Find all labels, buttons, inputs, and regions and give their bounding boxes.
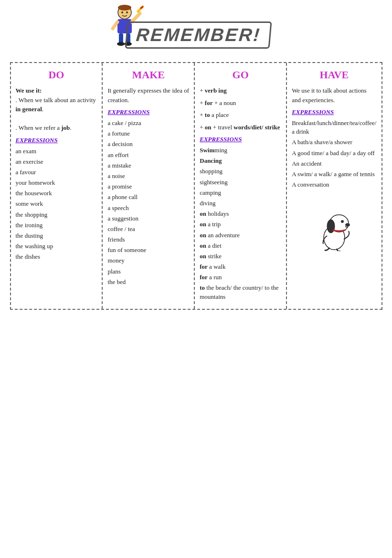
do-heading: DO — [16, 69, 97, 81]
list-item: diving — [200, 199, 281, 208]
make-column: MAKE It generally expresses the idea of … — [103, 63, 195, 309]
list-item: money — [107, 256, 189, 265]
go-heading: GO — [200, 69, 281, 81]
list-item: your homework — [16, 179, 97, 187]
have-items-list: Breakfast/lunch/dinner/tea/coffee/ a dri… — [292, 119, 376, 189]
svg-point-7 — [117, 42, 125, 46]
list-item: camping — [200, 189, 281, 197]
list-item: the housework — [16, 189, 97, 198]
list-item: the dishes — [16, 253, 97, 261]
page-title: REMEMBER! — [125, 21, 272, 49]
have-expressions-label: EXPRESSIONS — [292, 108, 376, 116]
go-plus-list: + verb ing + for + a noun + to a place +… — [200, 86, 281, 132]
list-item: for a run — [200, 273, 281, 282]
list-item: an exercise — [16, 158, 97, 166]
list-item: on strike — [200, 252, 281, 261]
header: REMEMBER! — [10, 10, 382, 57]
make-intro-text: It generally expresses the idea of creat… — [107, 87, 189, 104]
do-expressions-label: EXPRESSIONS — [16, 137, 97, 144]
list-item: on an adventure — [200, 231, 281, 240]
list-item: a mistake — [107, 161, 189, 170]
svg-point-1 — [118, 5, 131, 11]
list-item: the shopping — [16, 211, 97, 219]
list-item: A conversation — [292, 180, 376, 189]
snoopy-character — [292, 203, 376, 253]
make-intro: It generally expresses the idea of creat… — [107, 86, 189, 105]
list-item: fun of someone — [107, 246, 189, 254]
list-item: plans — [107, 267, 189, 276]
list-item: a cake / pizza — [107, 119, 189, 127]
list-item: an effort — [107, 151, 189, 159]
list-item: An accident — [292, 159, 376, 168]
go-items-list: Swimming Dancing shopping sightseeing ca… — [200, 146, 281, 301]
make-expressions-label: EXPRESSIONS — [107, 108, 189, 116]
go-plus-item: + for + a noun — [200, 98, 281, 108]
do-items-list: an exam an exercise a favour your homewo… — [16, 147, 97, 262]
list-item: a decision — [107, 140, 189, 148]
list-item: a noise — [107, 172, 189, 180]
list-item: the ironing — [16, 221, 97, 230]
go-column: GO + verb ing + for + a noun + to a plac… — [195, 63, 287, 309]
list-item: the dusting — [16, 232, 97, 240]
list-item: a speech — [107, 204, 189, 212]
go-expressions-label: EXPRESSIONS — [200, 136, 281, 143]
list-item: some work — [16, 200, 97, 208]
list-item: on a trip — [200, 220, 281, 229]
list-item: A swim/ a walk/ a game of tennis — [292, 170, 376, 179]
make-heading: MAKE — [107, 69, 189, 81]
do-intro-2: . When we refer a job. — [16, 124, 72, 131]
list-item: a suggestion — [107, 214, 189, 223]
make-items-list: a cake / pizza a fortune a decision an e… — [107, 119, 189, 286]
have-intro: We use it to talk about actions and expe… — [292, 86, 376, 105]
do-intro-use: We use it: — [16, 87, 42, 94]
go-plus-item: + verb ing — [200, 86, 281, 95]
list-item: on holidays — [200, 210, 281, 218]
list-item: Dancing — [200, 157, 281, 165]
list-item: for a walk — [200, 263, 281, 271]
list-item: a phone call — [107, 193, 189, 201]
columns-container: DO We use it: . When we talk about an ac… — [10, 62, 382, 310]
list-item: Breakfast/lunch/dinner/tea/coffee/ a dri… — [292, 119, 376, 136]
do-intro-1: . When we talk about an activity in gene… — [16, 96, 96, 113]
list-item: Swimming — [200, 146, 281, 155]
list-item: to the beach/ the country/ to the mounta… — [200, 284, 281, 301]
list-item: sightseeing — [200, 178, 281, 187]
svg-point-3 — [126, 11, 128, 13]
svg-line-9 — [132, 13, 140, 22]
svg-point-2 — [121, 11, 123, 13]
list-item: on a diet — [200, 242, 281, 250]
have-column: HAVE We use it to talk about actions and… — [287, 63, 381, 309]
list-item: the washing up — [16, 242, 97, 251]
list-item: a favour — [16, 168, 97, 177]
page: REMEMBER! DO We use it: . When we talk a… — [5, 5, 387, 315]
go-plus-item: + to a place — [200, 110, 281, 120]
list-item: shopping — [200, 167, 281, 176]
go-plus-item: + on + travel words/diet/ strike — [200, 123, 281, 132]
list-item: A good time/ a bad day/ a day off — [292, 149, 376, 158]
svg-line-12 — [113, 22, 117, 29]
list-item: coffee / tea — [107, 225, 189, 233]
list-item: A bath/a shave/a shower — [292, 138, 376, 147]
list-item: the bed — [107, 278, 189, 286]
list-item: a fortune — [107, 129, 189, 138]
do-column: DO We use it: . When we talk about an ac… — [11, 63, 103, 309]
have-heading: HAVE — [292, 69, 376, 81]
have-intro-text: We use it to talk about actions and expe… — [292, 87, 366, 104]
svg-point-16 — [341, 220, 344, 223]
list-item: a promise — [107, 182, 189, 191]
list-item: an exam — [16, 147, 97, 156]
do-intro: We use it: . When we talk about an activ… — [16, 86, 97, 133]
list-item: friends — [107, 235, 189, 244]
svg-point-17 — [345, 223, 350, 227]
